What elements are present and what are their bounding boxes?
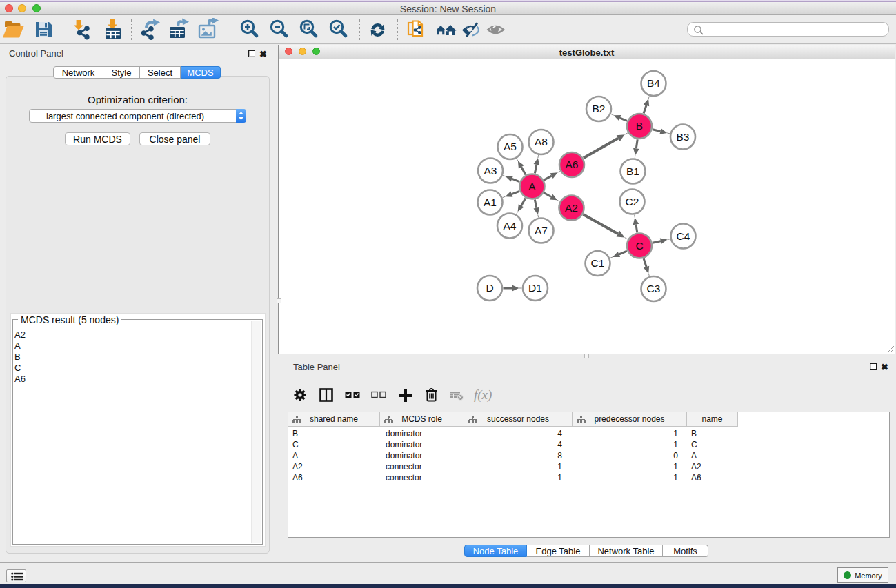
svg-text:A2: A2 xyxy=(565,202,578,214)
svg-text:A5: A5 xyxy=(504,141,517,152)
svg-text:C1: C1 xyxy=(591,257,605,269)
svg-text:A8: A8 xyxy=(535,136,548,148)
svg-text:D1: D1 xyxy=(528,282,542,294)
svg-text:A6: A6 xyxy=(566,159,579,170)
svg-text:A4: A4 xyxy=(504,220,517,232)
svg-text:C4: C4 xyxy=(677,230,690,242)
svg-text:C3: C3 xyxy=(647,283,661,294)
svg-text:B4: B4 xyxy=(647,77,660,89)
svg-text:B1: B1 xyxy=(626,165,639,177)
svg-text:B3: B3 xyxy=(677,131,690,143)
svg-text:A3: A3 xyxy=(484,165,497,176)
svg-text:C2: C2 xyxy=(626,196,639,207)
svg-text:D: D xyxy=(486,282,493,294)
svg-text:B2: B2 xyxy=(593,103,606,114)
svg-text:A1: A1 xyxy=(484,196,497,208)
svg-text:A: A xyxy=(528,181,536,192)
svg-text:B: B xyxy=(636,120,643,132)
svg-text:C: C xyxy=(635,240,643,252)
svg-text:A7: A7 xyxy=(535,225,548,236)
